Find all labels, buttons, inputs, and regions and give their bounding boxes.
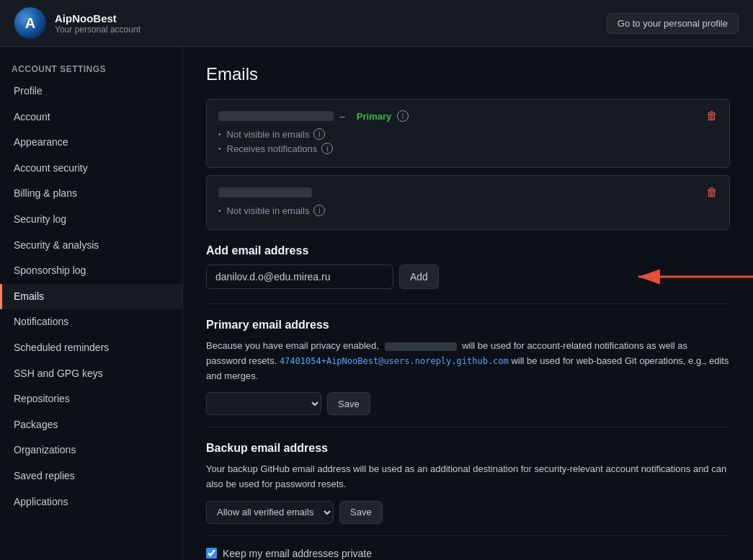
email-masked-2 [218, 187, 312, 197]
email-meta-not-visible-1: • Not visible in emails i [218, 128, 718, 140]
sidebar-item-packages[interactable]: Packages [0, 412, 182, 438]
sidebar-item-scheduled-reminders[interactable]: Scheduled reminders [0, 335, 182, 361]
backup-email-select[interactable]: Allow all verified emails [206, 501, 334, 524]
keep-private-row: Keep my email addresses private [206, 548, 730, 559]
add-email-row: Add [206, 265, 730, 289]
keep-private-checkbox[interactable] [206, 548, 217, 559]
noreply-email: 47401054+AipNooBest@users.noreply.github… [280, 356, 509, 366]
backup-save-button[interactable]: Save [339, 501, 383, 524]
dash-separator: – [339, 110, 345, 122]
sidebar-item-sponsorship-log[interactable]: Sponsorship log [0, 258, 182, 284]
sidebar-item-notifications[interactable]: Notifications [0, 309, 182, 335]
divider-1 [206, 303, 730, 304]
username: AipNooBest [55, 12, 141, 25]
email-meta-receives-notifications: • Receives notifications i [218, 143, 718, 154]
sidebar-item-account[interactable]: Account [0, 105, 182, 130]
receives-notifications-info-icon[interactable]: i [321, 143, 333, 154]
sidebar-item-organizations[interactable]: Organizations [0, 437, 182, 463]
keep-private-label[interactable]: Keep my email addresses private [223, 548, 372, 559]
page-title: Emails [206, 64, 730, 84]
user-info: AipNooBest Your personal account [55, 12, 141, 35]
primary-desc-prefix: Because you have email privacy enabled, [206, 340, 379, 351]
backup-email-heading: Backup email address [206, 442, 730, 455]
primary-email-redacted [385, 342, 457, 351]
sidebar-item-account-security[interactable]: Account security [0, 156, 182, 182]
email-card-primary: – Primary i 🗑 • Not visible in emails i … [206, 99, 730, 168]
sidebar-item-emails[interactable]: Emails [0, 284, 182, 310]
not-visible-info-icon-1[interactable]: i [313, 128, 325, 140]
sidebar-item-profile[interactable]: Profile [0, 79, 182, 105]
sidebar-heading: Account settings [0, 58, 182, 79]
email-card-secondary: 🗑 • Not visible in emails i [206, 175, 730, 230]
topbar: A AipNooBest Your personal account Go to… [0, 0, 753, 47]
backup-select-save-row: Allow all verified emails Save [206, 501, 730, 524]
backup-email-desc: Your backup GitHub email address will be… [206, 462, 730, 492]
sidebar: Account settings Profile Account Appeara… [0, 47, 183, 560]
sidebar-item-saved-replies[interactable]: Saved replies [0, 463, 182, 489]
sidebar-item-appearance[interactable]: Appearance [0, 130, 182, 156]
primary-email-heading: Primary email address [206, 319, 730, 332]
sidebar-item-applications[interactable]: Applications [0, 489, 182, 515]
primary-save-button[interactable]: Save [327, 392, 370, 415]
not-visible-label-1: Not visible in emails [227, 129, 310, 140]
primary-info-icon[interactable]: i [397, 110, 409, 122]
add-email-heading: Add email address [206, 244, 730, 257]
email-card-secondary-top: 🗑 [218, 186, 718, 199]
sidebar-item-billing[interactable]: Billing & plans [0, 181, 182, 207]
layout: Account settings Profile Account Appeara… [0, 47, 753, 560]
delete-email1-button[interactable]: 🗑 [706, 110, 718, 123]
email-card-primary-top: – Primary i 🗑 [218, 110, 718, 123]
divider-3 [206, 535, 730, 536]
red-arrow-indicator [631, 267, 753, 287]
add-email-button[interactable]: Add [399, 265, 439, 289]
receives-notifications-label: Receives notifications [227, 143, 318, 154]
primary-email-select[interactable] [206, 392, 321, 415]
topbar-left: A AipNooBest Your personal account [14, 7, 141, 39]
add-email-input[interactable] [206, 265, 393, 289]
delete-email2-button[interactable]: 🗑 [706, 186, 718, 199]
primary-select-save-row: Save [206, 392, 730, 415]
sidebar-item-security-analysis[interactable]: Security & analysis [0, 233, 182, 259]
profile-button[interactable]: Go to your personal profile [607, 13, 739, 34]
user-subtitle: Your personal account [55, 25, 141, 35]
primary-email-desc: Because you have email privacy enabled, … [206, 339, 730, 383]
sidebar-item-security-log[interactable]: Security log [0, 207, 182, 233]
not-visible-label-2: Not visible in emails [227, 205, 310, 216]
sidebar-item-ssh-gpg[interactable]: SSH and GPG keys [0, 361, 182, 387]
primary-badge: Primary [357, 111, 391, 122]
email-card-primary-left: – Primary i [218, 110, 409, 122]
sidebar-item-repositories[interactable]: Repositories [0, 386, 182, 412]
divider-2 [206, 427, 730, 427]
email-masked-1 [218, 111, 334, 121]
email-meta-not-visible-2: • Not visible in emails i [218, 205, 718, 216]
main-content: Emails – Primary i 🗑 • Not visible in em… [183, 47, 753, 560]
not-visible-info-icon-2[interactable]: i [313, 205, 325, 216]
avatar[interactable]: A [14, 7, 46, 39]
